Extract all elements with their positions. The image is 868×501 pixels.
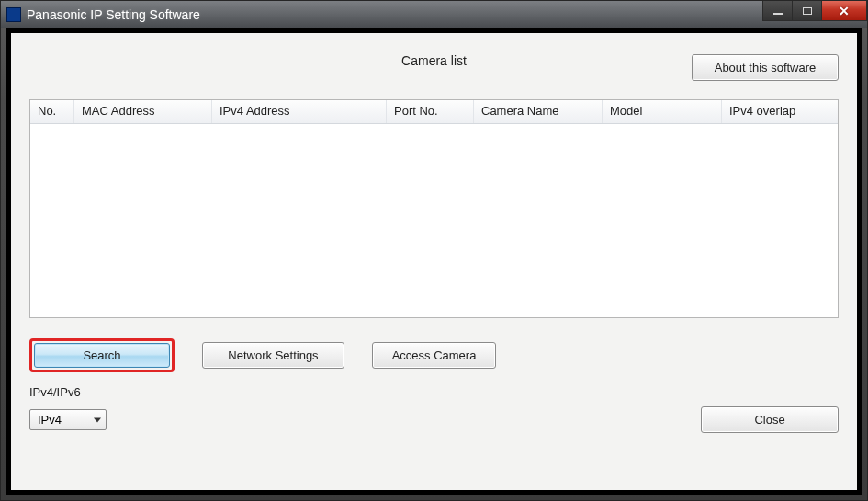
titlebar: Panasonic IP Setting Software ✕: [1, 1, 867, 28]
camera-table[interactable]: No. MAC Address IPv4 Address Port No. Ca…: [29, 99, 839, 318]
maximize-icon: [803, 7, 812, 15]
close-button[interactable]: Close: [701, 406, 839, 433]
inner-frame: Camera list About this software No. MAC …: [6, 28, 862, 495]
ip-version-select[interactable]: IPv4: [29, 409, 107, 430]
col-model[interactable]: Model: [603, 100, 722, 123]
maximize-button[interactable]: [792, 1, 821, 21]
app-window: Panasonic IP Setting Software ✕ Camera l…: [0, 0, 868, 501]
table-body: [30, 124, 838, 317]
app-icon: [6, 7, 21, 22]
about-software-button[interactable]: About this software: [692, 54, 839, 81]
ip-version-label: IPv4/IPv6: [29, 385, 839, 399]
close-icon: ✕: [839, 4, 850, 18]
col-ipv4-overlap[interactable]: IPv4 overlap: [722, 100, 838, 123]
col-camera-name[interactable]: Camera Name: [474, 100, 603, 123]
access-camera-button[interactable]: Access Camera: [372, 342, 496, 369]
search-highlight: Search: [29, 338, 175, 372]
network-settings-button[interactable]: Network Settings: [202, 342, 344, 369]
window-title: Panasonic IP Setting Software: [27, 7, 200, 22]
table-header: No. MAC Address IPv4 Address Port No. Ca…: [30, 100, 838, 124]
search-button[interactable]: Search: [34, 343, 170, 368]
col-mac-address[interactable]: MAC Address: [74, 100, 212, 123]
col-port-no[interactable]: Port No.: [387, 100, 474, 123]
minimize-icon: [773, 13, 783, 15]
minimize-button[interactable]: [762, 1, 792, 21]
bottom-row: IPv4 Close: [29, 406, 839, 433]
ip-version-value: IPv4: [29, 409, 107, 430]
action-row: Search Network Settings Access Camera: [29, 338, 839, 372]
col-ipv4-address[interactable]: IPv4 Address: [212, 100, 387, 123]
camera-list-title: Camera list: [401, 53, 467, 68]
content-panel: Camera list About this software No. MAC …: [10, 32, 858, 491]
col-no[interactable]: No.: [30, 100, 74, 123]
close-window-button[interactable]: ✕: [821, 1, 867, 21]
window-buttons: ✕: [762, 1, 867, 21]
